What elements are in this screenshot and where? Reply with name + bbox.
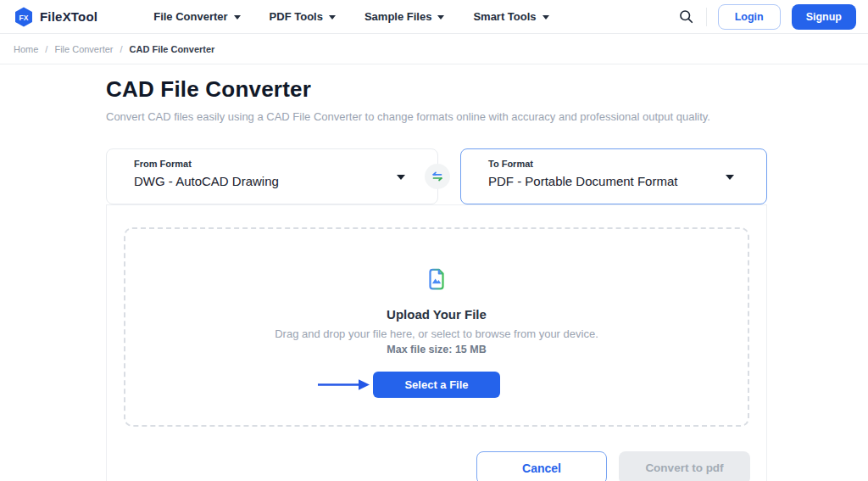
arrow-right-icon xyxy=(317,378,371,395)
nav-item-pdf-tools[interactable]: PDF Tools xyxy=(270,10,336,23)
chevron-down-icon xyxy=(234,15,241,20)
to-format-label: To Format xyxy=(488,159,749,169)
convert-button[interactable]: Convert to pdf xyxy=(619,451,750,481)
format-selector-row: From Format DWG - AutoCAD Drawing To For… xyxy=(106,148,767,204)
breadcrumb-separator: / xyxy=(45,44,47,54)
upload-hint: Drag and drop your file here, or select … xyxy=(125,327,748,340)
page-title: CAD File Converter xyxy=(106,76,868,103)
breadcrumb-home[interactable]: Home xyxy=(14,44,38,54)
nav-item-file-converter[interactable]: File Converter xyxy=(153,10,240,23)
cancel-button[interactable]: Cancel xyxy=(476,451,607,481)
chevron-down-icon xyxy=(329,15,336,20)
brand-logo[interactable]: FX FileXTool xyxy=(14,7,97,27)
main-content: CAD File Converter Convert CAD files eas… xyxy=(0,76,868,481)
search-icon xyxy=(679,9,693,24)
select-file-row: Select a File xyxy=(125,372,748,398)
svg-text:FX: FX xyxy=(19,13,29,21)
from-format-value: DWG - AutoCAD Drawing xyxy=(134,174,420,188)
upload-card: Upload Your File Drag and drop your file… xyxy=(106,204,767,481)
nav-divider xyxy=(706,8,707,26)
upload-heading: Upload Your File xyxy=(125,307,748,322)
footer-actions: Cancel Convert to pdf xyxy=(107,451,750,481)
breadcrumb-file-converter[interactable]: File Converter xyxy=(54,44,113,54)
upload-max-size: Max file size: 15 MB xyxy=(125,344,748,355)
breadcrumb-separator: / xyxy=(120,44,122,54)
breadcrumb: Home / File Converter / CAD File Convert… xyxy=(0,34,868,64)
from-format-select[interactable]: From Format DWG - AutoCAD Drawing xyxy=(106,148,438,204)
chevron-down-icon xyxy=(437,15,444,20)
file-dropzone[interactable]: Upload Your File Drag and drop your file… xyxy=(124,227,749,427)
search-button[interactable] xyxy=(677,8,695,25)
chevron-down-icon xyxy=(542,15,549,20)
chevron-down-icon xyxy=(397,175,405,180)
nav-item-label: Smart Tools xyxy=(473,10,536,23)
nav-right-group: Login Signup xyxy=(677,4,856,30)
signup-button[interactable]: Signup xyxy=(792,4,856,30)
select-file-button[interactable]: Select a File xyxy=(373,372,500,398)
login-button[interactable]: Login xyxy=(718,4,781,30)
filextool-logo-icon: FX xyxy=(14,7,34,27)
nav-item-smart-tools[interactable]: Smart Tools xyxy=(473,10,548,23)
page-subtitle: Convert CAD files easily using a CAD Fil… xyxy=(106,110,868,123)
swap-horizontal-icon xyxy=(431,170,444,183)
brand-name: FileXTool xyxy=(40,9,97,24)
nav-menu: File Converter PDF Tools Sample Files Sm… xyxy=(153,10,548,23)
swap-formats-button[interactable] xyxy=(425,164,450,189)
nav-item-label: Sample Files xyxy=(364,10,431,23)
to-format-select[interactable]: To Format PDF - Portable Document Format xyxy=(460,148,767,204)
chevron-down-icon xyxy=(726,175,734,180)
nav-item-label: PDF Tools xyxy=(270,10,323,23)
breadcrumb-current: CAD File Converter xyxy=(130,44,215,54)
to-format-value: PDF - Portable Document Format xyxy=(488,174,749,188)
nav-item-label: File Converter xyxy=(153,10,227,23)
from-format-label: From Format xyxy=(134,159,420,169)
nav-item-sample-files[interactable]: Sample Files xyxy=(364,10,444,23)
image-file-icon xyxy=(424,266,449,292)
top-nav: FX FileXTool File Converter PDF Tools Sa… xyxy=(0,0,868,34)
